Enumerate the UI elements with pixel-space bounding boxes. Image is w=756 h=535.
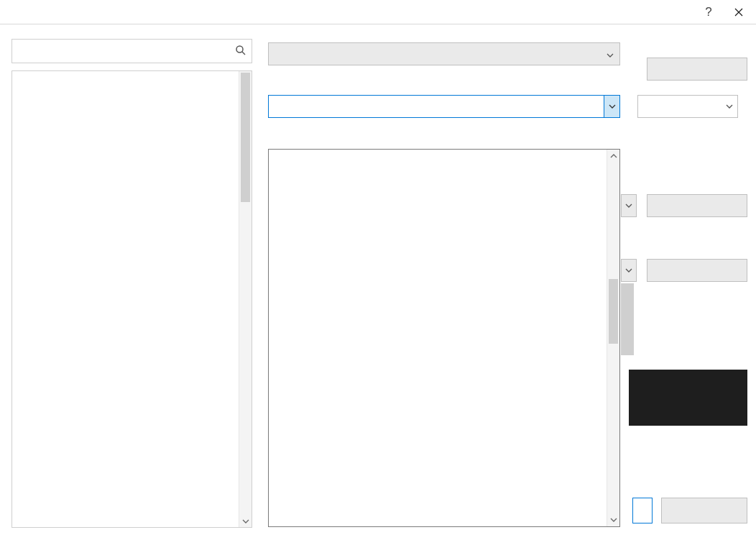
use-defaults-button[interactable] [647, 58, 747, 81]
close-button[interactable] [723, 1, 755, 23]
hidden-select-fragment[interactable] [621, 259, 637, 282]
options-tree [11, 70, 252, 528]
search-input[interactable] [11, 39, 252, 63]
hidden-scrollbar-fragment[interactable] [621, 283, 634, 355]
search-box[interactable] [11, 39, 252, 63]
help-button[interactable]: ? [694, 5, 723, 19]
titlebar: ? [0, 0, 756, 24]
font-dropdown-list[interactable] [268, 149, 620, 527]
svg-point-0 [236, 46, 243, 52]
ok-button-fragment[interactable] [632, 498, 653, 523]
close-icon [734, 8, 743, 17]
custom-button-2[interactable] [647, 259, 747, 282]
font-combo[interactable] [268, 95, 620, 118]
size-combo[interactable] [637, 95, 738, 118]
scroll-thumb[interactable] [609, 279, 618, 344]
hidden-select-fragment[interactable] [621, 194, 637, 217]
search-icon [235, 45, 246, 59]
custom-button-1[interactable] [647, 194, 747, 217]
scroll-up-icon[interactable] [607, 150, 619, 163]
chevron-down-icon [604, 96, 619, 117]
cancel-button[interactable] [661, 498, 747, 523]
tree-scrollbar[interactable] [239, 71, 252, 527]
chevron-down-icon [722, 96, 737, 117]
dropdown-scrollbar[interactable] [607, 150, 619, 526]
chevron-down-icon [607, 49, 614, 61]
show-settings-select[interactable] [268, 42, 620, 65]
scroll-down-icon[interactable] [239, 516, 252, 527]
sample-preview [629, 370, 747, 426]
scroll-thumb[interactable] [241, 73, 250, 202]
scroll-down-icon[interactable] [607, 513, 619, 526]
